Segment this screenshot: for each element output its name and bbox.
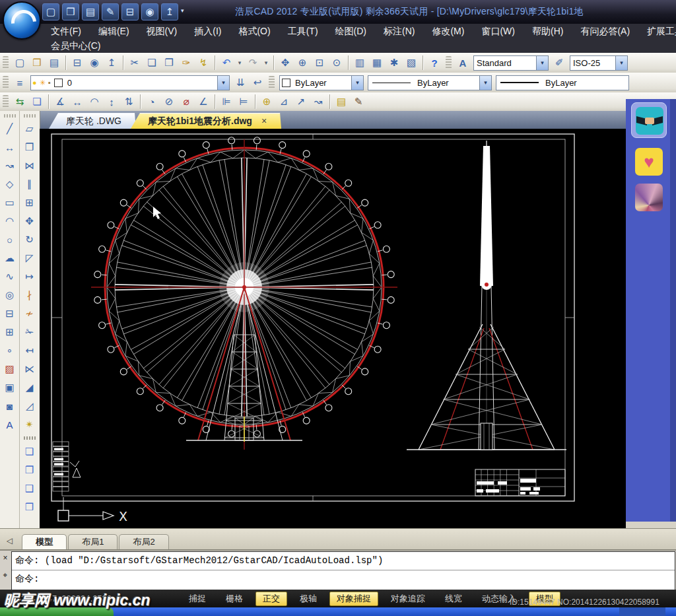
diameter-dimension-icon[interactable]: ⊘ [161,94,177,110]
dimension-edit-icon[interactable]: ✎ [351,94,366,110]
menu-item[interactable]: 工具(T) [279,24,327,38]
paste-icon[interactable]: ❐ [161,55,177,71]
toolbar-grip[interactable] [446,56,452,69]
send-under-icon[interactable]: ❒ [21,498,38,516]
dimension-update-icon[interactable]: ▤ [333,94,349,110]
menu-item[interactable]: 格式(O) [230,24,279,38]
arc-icon[interactable]: ◠ [1,212,18,230]
print-icon[interactable]: ⊟ [69,55,85,71]
rectangle-icon[interactable]: ▭ [1,193,18,212]
jogged-dimension-icon[interactable]: ⌀ [178,94,194,110]
line-tool-icon[interactable]: ╱ [1,120,18,138]
handshake-app-icon-wrap[interactable] [631,102,667,138]
vertical-dimension-icon[interactable]: ↕ [104,94,119,110]
qa-save-icon[interactable]: ▤ [82,3,99,20]
rotated-dimension-icon[interactable]: ⇅ [121,94,137,110]
layer-combo[interactable]: ●✳▪ 0 ▾ [30,75,230,90]
zoom-window-icon[interactable]: ⊡ [312,55,327,71]
toolbar-grip[interactable] [3,76,9,89]
calculator-icon[interactable]: ▧ [403,55,419,71]
status-toggle[interactable]: 线宽 [438,592,469,606]
layer-properties-manager-icon[interactable]: ≡ [12,75,28,90]
options-icon[interactable]: ✱ [386,55,402,71]
spline-icon[interactable]: ∿ [1,267,18,286]
menu-item[interactable]: 有问必答(A) [572,24,638,38]
fan-photo-icon[interactable] [635,184,663,211]
make-object-layer-current-icon[interactable]: ⇊ [232,75,248,90]
toolbar-grip[interactable] [3,95,9,108]
close-tab-icon[interactable]: × [261,116,267,126]
status-toggle[interactable]: 对象捕捉 [329,592,378,606]
aligned-dimension-icon[interactable]: ∡ [52,94,68,110]
menu-item[interactable]: 标注(N) [375,24,423,38]
undo-caret[interactable]: ▾ [236,55,244,71]
match-lightning-icon[interactable]: ↯ [195,55,211,71]
erase-icon[interactable]: ▱ [21,120,38,138]
linetype-combo[interactable]: ByLayer ▾ [368,75,492,90]
chevron-down-icon[interactable]: ▾ [479,76,491,90]
color-combo[interactable]: ByLayer ▾ [279,75,364,90]
palette-grip[interactable] [4,114,16,118]
save-icon[interactable]: ▤ [46,55,62,71]
help-icon[interactable]: ? [426,55,442,71]
palette-grip[interactable] [24,436,36,440]
publish-icon[interactable]: ↥ [104,55,119,71]
join-icon[interactable]: ⋉ [21,360,38,378]
mirror-icon[interactable]: ⋈ [21,156,38,175]
move-icon[interactable]: ✥ [21,212,38,230]
qa-options-caret[interactable]: ▾ [181,7,190,17]
menu-item[interactable]: 视图(V) [138,24,186,38]
center-mark-icon[interactable]: ⊕ [259,94,275,110]
heart-app-icon[interactable]: ♥ [635,148,663,176]
document-tab[interactable]: 摩天轮1bi1地震分析.dwg× [131,113,281,129]
redo-caret[interactable]: ▾ [262,55,270,71]
angular-dimension-icon[interactable]: ∠ [195,94,211,110]
chevron-down-icon[interactable]: ▾ [536,56,548,70]
pin-icon[interactable]: ⌖ [3,570,8,580]
copy-object-icon[interactable]: ❐ [21,138,38,156]
qa-new-icon[interactable]: ▢ [42,3,59,20]
dim-style-icon[interactable]: ✐ [551,55,567,71]
layout-tab[interactable]: 布局2 [119,534,168,549]
menu-item[interactable]: 修改(M) [423,24,473,38]
status-toggle[interactable]: 栅格 [219,592,250,606]
quick-leader-icon[interactable]: ↗ [293,94,309,110]
model-space-canvas[interactable]: X [40,129,626,528]
redo-icon[interactable]: ↷ [245,55,261,71]
command-input-line[interactable]: 命令: [12,570,675,588]
command-history[interactable]: 命令: (load "D:/Gstarsoft/GStarMech2012/Gs… [11,551,675,590]
multileader-icon[interactable]: ↝ [310,94,326,110]
menu-item[interactable]: 绘图(D) [327,24,375,38]
cut-icon[interactable]: ✂ [127,55,143,71]
text-style-combo[interactable]: Standard ▾ [473,55,549,71]
make-block-icon[interactable]: ⊞ [1,323,18,341]
menu-item[interactable]: 窗口(W) [473,24,524,38]
menu-item[interactable]: 文件(F) [42,24,90,38]
match-properties-icon[interactable]: ✑ [178,55,194,71]
arc-length-dimension-icon[interactable]: ◠ [86,94,102,110]
toolbar-grip[interactable] [269,76,275,89]
continue-dimension-icon[interactable]: ⊨ [236,94,252,110]
qa-plot-icon[interactable]: ⊟ [121,3,139,20]
toolbar-grip[interactable] [3,56,9,69]
tolerance-icon[interactable]: ⊿ [276,94,292,110]
construction-line-icon[interactable]: ↔ [1,138,18,156]
send-to-back-icon[interactable]: ❐ [21,461,38,479]
text-icon[interactable]: A [1,415,18,434]
layer-previous-icon[interactable]: ↩ [250,75,265,90]
pan-icon[interactable]: ✥ [277,55,293,71]
radius-dimension-icon[interactable]: ◔ [144,94,160,110]
polyline-icon[interactable]: ↝ [1,156,18,175]
taskbar-item[interactable] [619,607,665,616]
qa-preview-icon[interactable]: ◉ [141,3,158,20]
layout-tab[interactable]: 模型 [22,534,67,549]
design-center-icon[interactable]: ▦ [369,55,385,71]
layout-tab[interactable]: 布局1 [68,534,118,549]
polygon-icon[interactable]: ◇ [1,175,18,193]
fillet-icon[interactable]: ◿ [21,397,38,415]
status-toggle[interactable]: 正交 [255,592,287,606]
dim-break-icon[interactable]: ❏ [29,94,45,110]
array-icon[interactable]: ⊞ [21,193,38,212]
dim-style-combo[interactable]: ISO-25 ▾ [570,55,628,71]
wipeout-icon[interactable]: ◙ [1,397,18,415]
